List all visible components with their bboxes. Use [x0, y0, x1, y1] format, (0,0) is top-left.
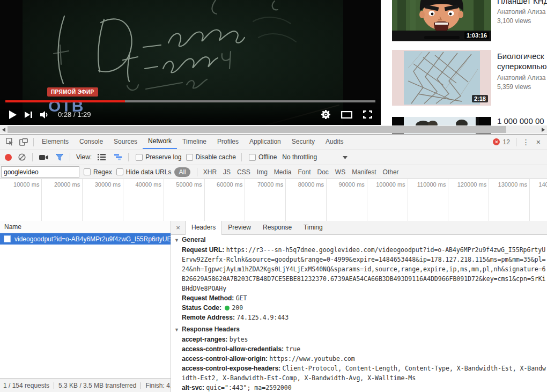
filter-type-doc[interactable]: Doc — [317, 168, 329, 176]
divider — [241, 153, 242, 161]
video-title-line2[interactable]: суперкомпью — [497, 61, 547, 71]
header-row: access-control-allow-origin: https://www… — [182, 354, 546, 364]
scrollbar-thumb[interactable] — [8, 126, 506, 133]
details-tab-headers[interactable]: Headers — [185, 221, 222, 235]
close-details-icon[interactable]: × — [171, 221, 185, 234]
details-tab-response[interactable]: Response — [257, 221, 298, 234]
network-toolbar: View: Preserve log Disable cache Offline… — [0, 149, 547, 165]
timeline-tick-label: 110000 ms — [405, 181, 446, 188]
regex-checkbox[interactable] — [84, 168, 91, 175]
close-devtools-icon[interactable]: × — [533, 138, 544, 146]
kebab-menu-icon[interactable]: ⋮ — [519, 138, 533, 146]
request-row-selected[interactable]: videogoodput?id=o-AB4y6MPr2u9f4zwG_I55Rp… — [0, 233, 171, 245]
hide-data-urls-label[interactable]: Hide data URLs — [126, 168, 172, 176]
details-tabs: HeadersPreviewResponseTiming — [185, 221, 329, 234]
scroll-right-icon[interactable] — [539, 125, 547, 134]
filter-type-ws[interactable]: WS — [335, 168, 345, 176]
progress-bar[interactable] — [5, 100, 375, 102]
filter-type-all[interactable]: All — [174, 167, 190, 177]
divider — [516, 138, 516, 146]
view-count: 3,100 views — [497, 17, 547, 25]
name-column-header[interactable]: Name — [0, 221, 171, 233]
timeline-tick-label: 90000 ms — [324, 181, 365, 188]
throttling-select[interactable]: No throttling — [282, 153, 317, 161]
theater-mode-icon[interactable] — [341, 111, 352, 119]
overview-waterfall-icon[interactable] — [113, 154, 122, 160]
inspect-element-icon[interactable] — [3, 135, 17, 149]
tab-security[interactable]: Security — [286, 135, 320, 149]
filter-type-manifest[interactable]: Manifest — [352, 168, 376, 176]
list-view-icon[interactable] — [98, 154, 106, 160]
filter-type-img[interactable]: Img — [257, 168, 268, 176]
general-section-title: General — [182, 236, 206, 243]
device-toolbar-icon[interactable] — [17, 135, 31, 149]
general-section-header[interactable]: ▼General — [174, 235, 546, 245]
related-videos-sidebar: 1:03:16 Планшет КНД Анатолий Ализа 3,100… — [381, 0, 547, 125]
details-tab-preview[interactable]: Preview — [222, 221, 257, 234]
details-tab-timing[interactable]: Timing — [298, 221, 329, 234]
video-thumbnail[interactable]: 1:03:16 — [392, 0, 491, 41]
filter-type-js[interactable]: JS — [223, 168, 231, 176]
request-details-panel: × HeadersPreviewResponseTiming ▼General … — [171, 221, 547, 392]
error-count[interactable]: 12 — [502, 138, 509, 146]
channel-name[interactable]: Анатолий Ализа — [497, 8, 547, 16]
video-title[interactable]: 1 000 000 00 — [497, 116, 547, 126]
video-title[interactable]: Планшет КНД — [497, 0, 547, 6]
tab-profiles[interactable]: Profiles — [212, 135, 244, 149]
offline-checkbox[interactable] — [249, 154, 256, 161]
response-headers-section-header[interactable]: ▼Response Headers — [174, 324, 546, 335]
play-icon[interactable] — [9, 110, 17, 120]
divider — [33, 138, 34, 146]
channel-name[interactable]: Анатолий Ализа — [497, 74, 547, 82]
chevron-down-icon[interactable] — [343, 153, 348, 161]
tab-console[interactable]: Console — [74, 135, 108, 149]
capture-screenshots-icon[interactable] — [39, 154, 48, 160]
settings-gear-icon[interactable] — [321, 110, 330, 119]
video-title-line1[interactable]: Биологическ — [497, 51, 547, 61]
scroll-left-icon[interactable] — [0, 125, 8, 134]
error-badge-icon[interactable]: ✕ — [493, 138, 500, 145]
request-list-empty — [0, 245, 171, 378]
hide-data-urls-checkbox[interactable] — [116, 168, 123, 175]
fullscreen-icon[interactable] — [363, 110, 372, 119]
filter-icon[interactable] — [56, 154, 63, 161]
tab-sources[interactable]: Sources — [108, 135, 143, 149]
preserve-log-checkbox[interactable] — [136, 154, 143, 161]
timeline-tick-label: 10000 ms — [0, 181, 39, 188]
filter-type-css[interactable]: CSS — [237, 168, 250, 176]
volume-icon[interactable] — [40, 111, 49, 119]
filter-type-xhr[interactable]: XHR — [203, 168, 217, 176]
next-icon[interactable] — [25, 111, 33, 119]
preserve-log-label[interactable]: Preserve log — [145, 153, 181, 161]
view-label: View: — [76, 153, 92, 161]
finish-time: Finish: 4... — [145, 382, 171, 389]
tab-elements[interactable]: Elements — [36, 135, 74, 149]
video-player[interactable]: ПРЯМОЙ ЭФИР ОТВ 0:28 / 1:29 — [0, 0, 381, 125]
progress-played — [5, 100, 125, 102]
video-info: Биологическ суперкомпью Анатолий Ализа 5… — [497, 51, 547, 91]
network-overview-timeline[interactable]: 10000 ms20000 ms30000 ms40000 ms50000 ms… — [0, 179, 547, 222]
headers-body[interactable]: ▼General Request URL: https://r3---sn-h5… — [171, 235, 547, 392]
filter-types: XHRJSCSSImgMediaFontDocWSManifestOther — [200, 168, 402, 176]
record-button[interactable] — [5, 154, 12, 161]
tab-timeline[interactable]: Timeline — [177, 135, 212, 149]
header-row: Request Method: GET — [182, 293, 546, 303]
tab-network[interactable]: Network — [143, 135, 177, 149]
filter-type-other[interactable]: Other — [383, 168, 399, 176]
video-thumbnail[interactable]: 2:18 — [392, 50, 491, 106]
filter-type-media[interactable]: Media — [274, 168, 292, 176]
offline-label[interactable]: Offline — [258, 153, 277, 161]
filter-input[interactable] — [1, 166, 79, 177]
disable-cache-checkbox[interactable] — [186, 154, 193, 161]
duration-badge: 1:03:16 — [464, 32, 489, 39]
horizontal-scrollbar[interactable] — [0, 125, 547, 134]
filter-type-font[interactable]: Font — [298, 168, 311, 176]
regex-label[interactable]: Regex — [93, 168, 112, 176]
timeline-tick-label: 30000 ms — [80, 181, 121, 188]
timeline-tick-label: 20000 ms — [39, 181, 80, 188]
response-headers-rows: accept-ranges: bytesaccess-control-allow… — [182, 335, 546, 392]
tab-audits[interactable]: Audits — [320, 135, 349, 149]
clear-icon[interactable] — [18, 153, 26, 161]
disable-cache-label[interactable]: Disable cache — [196, 153, 236, 161]
tab-application[interactable]: Application — [244, 135, 286, 149]
